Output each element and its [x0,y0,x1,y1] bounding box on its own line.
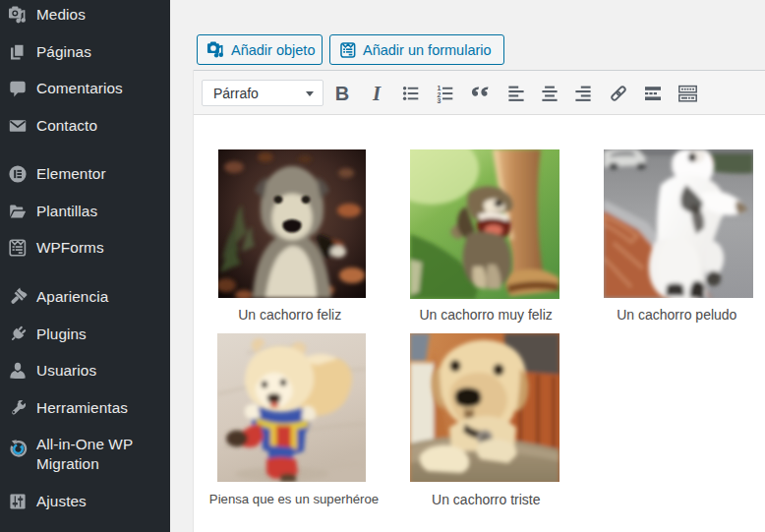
svg-text:3: 3 [437,97,441,103]
